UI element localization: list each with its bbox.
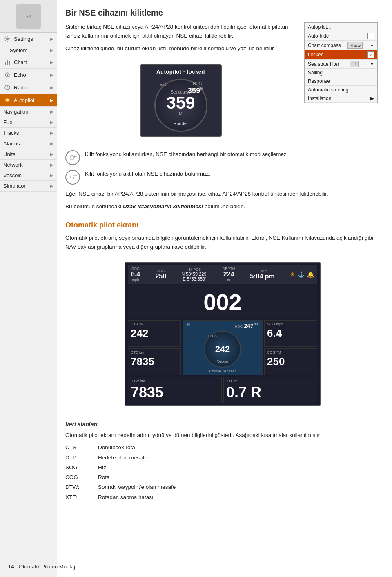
note-box-1: ☞ Kilit fonksiyonu kullanılırken, NSE ci… <box>65 150 380 165</box>
sidebar-item-system[interactable]: System ▶ <box>0 45 57 56</box>
abbr-key-sog: SOG <box>65 463 90 472</box>
sidebar-item-vessels-label: Vessels <box>3 172 22 178</box>
sidebar-item-network[interactable]: Network ▶ <box>0 160 57 170</box>
section2-text-1-content: Otomatik pilot ekranı, seyir sırasında b… <box>65 235 250 241</box>
abbr-row-sog: SOG Hız <box>65 463 380 472</box>
abbr-key-cog: COG <box>65 473 90 481</box>
sidebar-item-radar-arrow: ▶ <box>50 85 53 90</box>
ap-locked-title: Autopilot - locked <box>156 69 205 75</box>
sidebar-item-settings-arrow: ▶ <box>50 37 53 41</box>
sidebar-item-echo-arrow: ▶ <box>50 73 53 77</box>
sidebar-item-fuel-arrow: ▶ <box>50 120 53 125</box>
context-menu-installation[interactable]: Installation ▶ <box>305 94 377 103</box>
note-text-2: Kilit fonksiyonu aktif olan NSE cihazınd… <box>85 170 210 178</box>
abbr-val-cts: Dönülecek rota <box>98 443 380 452</box>
sidebar-item-tracks[interactable]: Tracks ▶ <box>0 128 57 138</box>
section2-text-1: Otomatik pilot ekranı, seyir sırasında b… <box>65 234 380 251</box>
sidebar-item-radar[interactable]: Radar ▶ <box>0 81 57 94</box>
section-heading: Bir NSE cihazını kilitleme <box>65 8 380 18</box>
sidebar-item-chart[interactable]: Chart ▶ <box>0 56 57 69</box>
svg-point-10 <box>6 99 9 101</box>
sidebar-item-alarms[interactable]: Alarms ▶ <box>0 138 57 149</box>
ap-screen-top-bar: SOG 6.4 mph COG 250 °M POS N 58°59.229' … <box>128 265 317 284</box>
autopilot-icon <box>3 96 11 104</box>
context-menu-response-label: Response <box>308 78 330 84</box>
sea-state-off-btn[interactable]: Off <box>350 61 359 67</box>
logo-text: ×2 <box>26 14 31 19</box>
chart-compass-arrow: ▼ <box>370 43 374 48</box>
autopilot-locked-image: Autopilot - locked wO HDG 359M Set cours… <box>140 64 222 137</box>
sidebar-item-settings-label: Settings <box>14 36 33 42</box>
top-right-context-menu: Autopilot... Auto-hide Chart compass Sho… <box>304 22 380 144</box>
wo-label: wO <box>160 82 167 87</box>
chart-compass-show-btn[interactable]: Show <box>347 42 363 49</box>
context-menu-sea-state[interactable]: Sea state filter Off ▼ <box>305 60 377 69</box>
sidebar-item-units[interactable]: Units ▶ <box>0 149 57 160</box>
context-menu-auto-steering[interactable]: Automatic steering... <box>305 86 377 94</box>
svg-rect-3 <box>9 61 10 65</box>
sidebar-item-navigation[interactable]: Navigation ▶ <box>0 107 57 117</box>
top-left-text: Sisteme birkaç NSE cihazı veya AP24/AP28… <box>65 22 296 144</box>
abbr-key-dtw: DTW: <box>65 483 90 491</box>
body-text-2-prefix: Bu bölümün sonundaki <box>65 203 123 209</box>
sidebar-item-alarms-arrow: ▶ <box>50 141 53 146</box>
data-fields-section: Veri alanları Otomatik pilot ekranı hede… <box>65 421 380 501</box>
note-icon-1: ☞ <box>65 150 80 165</box>
sidebar-item-units-arrow: ▶ <box>50 152 53 156</box>
svg-point-5 <box>7 74 8 76</box>
sidebar-item-simulator[interactable]: Simulator ▶ <box>0 181 57 192</box>
context-menu-auto-steering-label: Automatic steering... <box>308 87 352 93</box>
ap-main-value: 002 <box>128 285 317 319</box>
context-menu-autohide[interactable]: Auto-hide <box>305 31 377 41</box>
context-menu-sailing[interactable]: Sailing... <box>305 69 377 77</box>
ap-cell-dtd: DTD km 7835 <box>128 348 181 375</box>
svg-point-0 <box>6 38 9 40</box>
body-text-2: Bu bölümün sonundaki Uzak istasyonların … <box>65 202 380 211</box>
abbr-val-dtd: Hedefe olan mesafe <box>98 454 380 462</box>
abbr-row-cog: COG Rota <box>65 473 380 481</box>
autopilot-screen-wrapper: SOG 6.4 mph COG 250 °M POS N 58°59.229' … <box>65 255 380 413</box>
sidebar-item-simulator-arrow: ▶ <box>50 184 53 188</box>
autopilot-locked-wrapper: Autopilot - locked wO HDG 359M Set cours… <box>65 57 296 144</box>
context-menu-autohide-label: Auto-hide <box>308 33 329 39</box>
sidebar-item-simulator-label: Simulator <box>3 183 26 189</box>
sidebar-item-vessels[interactable]: Vessels ▶ <box>0 170 57 181</box>
sidebar-item-echo[interactable]: Echo ▶ <box>0 69 57 81</box>
ap-top-sog: SOG 6.4 mph <box>131 267 140 282</box>
sidebar-item-autopilot-arrow: ▶ <box>50 98 53 102</box>
compass-main-value: 359 <box>166 94 195 111</box>
sidebar-item-alarms-label: Alarms <box>3 140 20 147</box>
ap-top-icons: ☀ ⚓ 🔔 <box>290 271 314 278</box>
ap-bottom-dtw: DTW km 7835 <box>128 377 222 403</box>
ap-center-top: N HDG 247°M <box>185 322 260 329</box>
ap-screen-middle: CTS °M 242 DTD km 7835 N HDG 247°M <box>128 320 317 375</box>
top-section: Sisteme birkaç NSE cihazı veya AP24/AP28… <box>65 22 380 144</box>
sidebar-item-autopilot-label: Autopilot <box>14 97 35 103</box>
context-menu-locked-label: Locked <box>308 52 324 58</box>
context-menu-autopilot[interactable]: Autopilot... <box>305 23 377 31</box>
sidebar-item-system-label: System <box>10 47 27 53</box>
logo-image: ×2 <box>16 4 41 29</box>
context-menu-response[interactable]: Response <box>305 77 377 86</box>
sidebar-item-network-arrow: ▶ <box>50 163 53 167</box>
intro-text-1: Sisteme birkaç NSE cihazı veya AP24/AP28… <box>65 22 296 40</box>
context-menu-installation-label: Installation <box>308 96 331 101</box>
context-menu-locked[interactable]: Locked ✓ <box>305 50 377 60</box>
sidebar-item-settings[interactable]: Settings ▶ <box>0 33 57 45</box>
context-menu-chart-compass[interactable]: Chart compass Show ▼ <box>305 41 377 50</box>
sidebar-item-system-arrow: ▶ <box>50 48 53 53</box>
sidebar-item-fuel[interactable]: Fuel ▶ <box>0 117 57 128</box>
radar-icon <box>3 83 11 91</box>
svg-rect-1 <box>5 62 6 65</box>
abbreviations-table: CTS Dönülecek rota DTD Hedefe olan mesaf… <box>65 443 380 501</box>
body-text-2-suffix: bölümüne bakın. <box>203 203 245 209</box>
abbr-key-xte: XTE: <box>65 493 90 501</box>
ap-center-compass: N HDG 247°M LO-A 242 Rudder Course To St… <box>183 320 263 375</box>
ap-top-cog: COG 250 <box>155 269 166 280</box>
sidebar-item-autopilot[interactable]: Autopilot ▶ <box>0 94 57 107</box>
data-fields-title: Veri alanları <box>65 421 380 428</box>
page-footer: 14 | Otomatik Pilotun Montajı <box>0 560 392 573</box>
sidebar-item-network-label: Network <box>3 162 23 168</box>
page-number: 14 <box>8 564 14 570</box>
main-content: Bir NSE cihazını kilitleme Sisteme birka… <box>57 0 392 511</box>
